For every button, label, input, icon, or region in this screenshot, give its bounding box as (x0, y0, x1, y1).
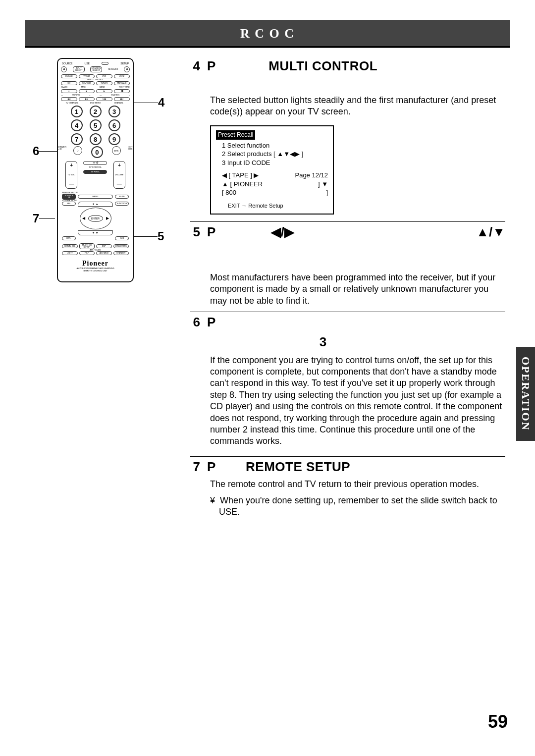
step-5-body: Most manufacturers have been programmed … (210, 272, 505, 307)
advmcd-button: ADV.MCD (96, 251, 112, 255)
label-tv-control: TV CONTROL (83, 166, 107, 168)
step-7-bullet: ¥ When you're done setting up, remember … (210, 495, 505, 518)
tv-func-button: TV FUNC. (83, 170, 107, 174)
sel-button: SEL (62, 202, 76, 206)
mute-button: MUTE (115, 195, 129, 199)
osd-exit-line: EXIT → Remote Setup (216, 197, 328, 210)
osd-code-line: [ 800 ] (216, 188, 328, 197)
src-cd: CD (61, 81, 77, 85)
src-tape-aux: TAPE/AUX (114, 81, 130, 85)
src-vcr2: VCR2 (114, 74, 130, 78)
label-class: CLASS (61, 86, 67, 88)
enter-button: ENTER (88, 215, 103, 222)
label-disc: DISC (128, 148, 133, 150)
callout-5: 5 (131, 229, 164, 243)
transport-stop: ■ (79, 89, 95, 93)
transport-next: ▶▶| (114, 97, 130, 101)
transport-rec: ● (61, 89, 77, 93)
standby-button: STANDBY (113, 251, 129, 255)
numpad-3: 3 (108, 106, 120, 117)
fqf-button: FQ.F (79, 251, 95, 255)
transport-play: ▶ (96, 89, 112, 93)
brand-logo: Pioneer (60, 260, 131, 267)
side-tab-operation: OPERATION (516, 347, 535, 441)
step-7-heading: 7 Press REMOTE SETUP when you're done. (190, 459, 505, 476)
function-button: FUNCTION (115, 202, 129, 206)
label-channel: CHANNEL (107, 102, 130, 104)
step-6-body: If the component you are trying to contr… (210, 355, 505, 447)
signal-sel-button: SIGNAL SEL (62, 244, 78, 248)
header-rule-thin (25, 48, 510, 48)
volume-rocker: + VOLUME — (113, 161, 125, 189)
step-6-sub-bold: 3 (210, 334, 505, 351)
numpad-8: 8 (90, 133, 102, 145)
osd-pioneer-line: ▲ [ PIONEER ] ▼ (216, 180, 328, 189)
divider (190, 221, 505, 222)
osd-line-1: 1 Select function (216, 141, 328, 150)
osd-tape-line: ◀ [ TAPE ] ▶ Page 12/12 (216, 171, 328, 180)
label-tvch: TV CHANNEL (61, 102, 83, 104)
label-mpx: MPX (81, 86, 86, 88)
input-select-button: INPUTSELECT (73, 66, 85, 72)
src-cdr-md: CD-R/MD (79, 81, 95, 85)
control-select-button: CONTROLSELECT (90, 66, 102, 72)
tv-volume-rocker: + TV VOL. — (65, 161, 77, 189)
src-dvd-ld: DVD/LD (61, 74, 77, 78)
osd-preset-recall: Preset Recall 1 Select function 2 Select… (210, 125, 334, 214)
label-receiver: RECEIVER (108, 68, 118, 70)
callout-7: 7 (33, 212, 55, 225)
transport-ff: ▶▶ (79, 97, 95, 101)
transport-rew: ◀◀ (61, 97, 77, 101)
instruction-text: 4 Press the MULTI CONTROL button of the … (173, 58, 510, 518)
brand-subtitle-2: REMOTE CONTROL UNIT (60, 270, 131, 272)
divider (190, 456, 505, 457)
numpad-7: 7 (71, 133, 83, 145)
label-station: STATION (111, 94, 119, 96)
step-4-heading: 4 Press the MULTI CONTROL button of the … (190, 58, 505, 92)
label-use: USE (85, 62, 90, 65)
osd-line-3: 3 Input ID CODE (216, 159, 328, 167)
remote-body: SOURCE USE SETUP ⏻ INPUTSELECT CONTROLSE… (57, 58, 134, 282)
label-testtone: TEST TONE (119, 86, 130, 88)
step-6-heading: 6 P (190, 314, 505, 331)
src-tv-sat: TV/SAT (79, 74, 95, 78)
src-tuner: TUNER (96, 81, 112, 85)
remote-illustration-column: 4 6 5 7 SOURCE USE SETUP ⏻ INPUTSELECT C… (25, 58, 173, 518)
numpad-5: 5 (90, 119, 102, 131)
nav-pad: ◀ ENTER ▶ (80, 208, 111, 229)
divider (190, 312, 505, 312)
label-tuning: TUNING (72, 94, 80, 96)
numpad-2: 2 (90, 106, 102, 117)
osd-line-2: 2 Select products [ ▲▼◀▶ ] (216, 150, 328, 159)
transport-pause: ❚❚ (114, 89, 130, 93)
label-source: SOURCE (62, 62, 72, 65)
label-band: BAND (100, 86, 105, 88)
osd-title: Preset Recall (216, 130, 255, 139)
src-vcr: VCR (96, 74, 112, 78)
numpad-ent-button: ent (112, 146, 121, 155)
transport-prev: |◀◀ (96, 97, 112, 101)
numpad-9: 9 (108, 133, 120, 145)
header-title: R C O C (25, 20, 510, 48)
tv-power-button: TV ⏻ (83, 161, 107, 165)
label-plus10: +10 (58, 148, 62, 150)
numpad-6: 6 (108, 119, 120, 131)
label-remote-setup: REMOTE SETUP (60, 189, 131, 194)
header-rule-thick (25, 46, 510, 47)
light-button: LIGHT (62, 251, 78, 255)
step-4-body: The selected button lights steadily and … (210, 95, 505, 118)
step-7-body: The remote control and TV return to thei… (210, 479, 505, 490)
step-5-heading: 5 Press ◀/▶ ▲/▼ (190, 224, 505, 241)
rtn-button: RTN. (62, 236, 76, 240)
numpad-0: 0 (91, 146, 103, 158)
numpad-1: 1 (71, 106, 83, 117)
receiver-power-button: ⏻ (124, 66, 130, 72)
sub-button: SUB (115, 236, 129, 240)
source-power-button: ⏻ (61, 66, 67, 72)
menu-button: MENU (78, 195, 113, 199)
dolby-dts-button: DOLBY/DTS (113, 244, 129, 248)
numpad-4: 4 (71, 119, 83, 131)
callout-4: 4 (131, 96, 164, 109)
page-number: 59 (488, 711, 508, 732)
numpad-plus10-button: ○ (73, 146, 82, 155)
